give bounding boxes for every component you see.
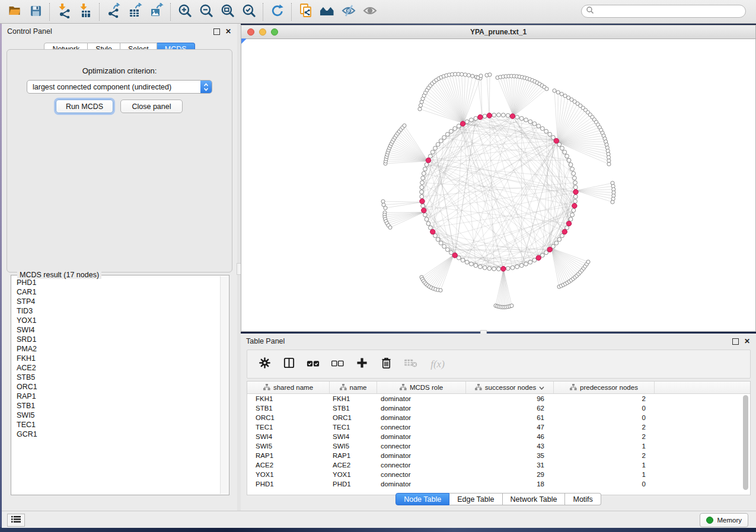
show-all-button[interactable] bbox=[359, 2, 381, 21]
mcds-result-item[interactable]: STP4 bbox=[12, 297, 220, 306]
tab-node-table[interactable]: Node Table bbox=[395, 493, 449, 505]
network-window-title: YPA_prune.txt_1 bbox=[241, 28, 755, 36]
table-row[interactable]: FKH1FKH1dominator962 bbox=[247, 394, 750, 403]
mcds-result-item[interactable]: STB5 bbox=[12, 373, 220, 382]
mcds-result-item[interactable]: GCR1 bbox=[12, 430, 220, 439]
select-all-button[interactable] bbox=[306, 357, 320, 371]
table-cell: STB1 bbox=[330, 403, 377, 413]
open-button[interactable] bbox=[4, 2, 25, 21]
optimization-criterion-label: Optimization criterion: bbox=[2, 66, 237, 75]
task-history-button[interactable] bbox=[7, 514, 25, 527]
hide-selected-button[interactable] bbox=[338, 2, 359, 21]
network-canvas[interactable] bbox=[241, 39, 755, 331]
apply-layout-button[interactable] bbox=[267, 2, 288, 21]
table-cell: SWI4 bbox=[247, 432, 330, 441]
table-scrollbar-thumb[interactable] bbox=[743, 395, 748, 490]
tab-edge-table[interactable]: Edge Table bbox=[449, 493, 502, 505]
table-cell: dominator bbox=[377, 451, 466, 460]
tab-network-table[interactable]: Network Table bbox=[503, 493, 566, 505]
node-table: shared namenameMCDS rolesuccessor nodesp… bbox=[247, 381, 751, 495]
control-panel-title: Control Panel bbox=[2, 27, 52, 36]
zoom-out-button[interactable] bbox=[196, 2, 217, 21]
mcds-result-item[interactable]: SRD1 bbox=[12, 335, 220, 344]
tab-motifs[interactable]: Motifs bbox=[565, 493, 601, 505]
mcds-result-item[interactable]: SWI5 bbox=[12, 411, 220, 420]
sort-descending-icon bbox=[539, 384, 544, 391]
mcds-result-item[interactable]: STB1 bbox=[12, 401, 220, 411]
toolbar-separator bbox=[291, 3, 292, 21]
table-row[interactable]: YOX1YOX1connector291 bbox=[247, 470, 750, 479]
table-panel: Table Panel ✕ f(x) shared namenameMCDS r… bbox=[241, 334, 756, 511]
column-header-MCDS-role[interactable]: MCDS role bbox=[377, 382, 466, 393]
mcds-result-item[interactable]: TID3 bbox=[12, 306, 220, 316]
mcds-result-item[interactable]: RAP1 bbox=[12, 392, 220, 401]
mcds-result-item[interactable]: TEC1 bbox=[12, 420, 220, 430]
mcds-list-scrollbar[interactable] bbox=[220, 276, 228, 494]
table-cell: STB1 bbox=[247, 403, 330, 413]
create-column-button[interactable] bbox=[355, 357, 369, 371]
mcds-result-item[interactable]: ACE2 bbox=[12, 363, 220, 373]
memory-button[interactable]: Memory bbox=[700, 513, 748, 527]
close-panel-icon[interactable]: ✕ bbox=[225, 29, 231, 34]
float-panel-icon[interactable] bbox=[213, 28, 220, 35]
table-row[interactable]: SWI4SWI4dominator462 bbox=[247, 432, 750, 441]
memory-label: Memory bbox=[717, 517, 742, 524]
export-network-button[interactable] bbox=[103, 2, 125, 21]
close-panel-button[interactable]: Close panel bbox=[120, 100, 183, 113]
table-row[interactable]: STB1STB1dominator620 bbox=[247, 403, 750, 413]
table-row[interactable]: PHD1PHD1dominator180 bbox=[247, 479, 750, 489]
mcds-result-item[interactable]: PMA2 bbox=[12, 344, 220, 354]
table-row[interactable]: SWI5SWI5connector431 bbox=[247, 441, 750, 451]
column-header-shared-name[interactable]: shared name bbox=[247, 382, 330, 393]
table-cell: 1 bbox=[554, 441, 655, 451]
table-cell: SWI5 bbox=[247, 441, 330, 451]
search-box[interactable] bbox=[581, 5, 746, 18]
save-button[interactable] bbox=[25, 2, 46, 21]
table-cell: 62 bbox=[466, 403, 554, 413]
list-icon bbox=[11, 515, 21, 525]
table-cell: FKH1 bbox=[330, 394, 377, 403]
trash-icon bbox=[381, 357, 392, 371]
mcds-result-item[interactable]: ORC1 bbox=[12, 382, 220, 392]
show-columns-button[interactable] bbox=[282, 357, 296, 371]
mcds-result-item[interactable]: SWI4 bbox=[12, 325, 220, 335]
table-row[interactable]: RAP1RAP1dominator352 bbox=[247, 451, 750, 460]
zoom-selected-button[interactable] bbox=[238, 2, 260, 21]
table-cell: ACE2 bbox=[330, 460, 377, 470]
mcds-result-item[interactable]: CAR1 bbox=[12, 287, 220, 297]
first-neighbors-button[interactable] bbox=[317, 2, 338, 21]
table-cell: 1 bbox=[554, 460, 655, 470]
table-row[interactable]: ORC1ORC1dominator610 bbox=[247, 413, 750, 422]
network-window-titlebar[interactable]: YPA_prune.txt_1 bbox=[241, 25, 755, 39]
zoom-fit-button[interactable] bbox=[217, 2, 238, 21]
plus-icon bbox=[356, 357, 368, 371]
export-table-button[interactable] bbox=[125, 2, 146, 21]
table-scrollbar[interactable] bbox=[742, 395, 749, 492]
table-row[interactable]: ACE2ACE2connector311 bbox=[247, 460, 750, 470]
export-image-button[interactable] bbox=[146, 2, 167, 21]
table-cell: ORC1 bbox=[330, 413, 377, 422]
zoom-in-button[interactable] bbox=[174, 2, 196, 21]
export-styles-button[interactable] bbox=[295, 2, 317, 21]
optimization-criterion-select[interactable]: largest connected component (undirected) bbox=[27, 80, 212, 94]
run-mcds-button[interactable]: Run MCDS bbox=[56, 100, 113, 113]
table-cell: 46 bbox=[466, 432, 554, 441]
toolbar-separator bbox=[49, 3, 50, 21]
deselect-all-button[interactable] bbox=[330, 357, 344, 371]
column-header-predecessor-nodes[interactable]: predecessor nodes bbox=[554, 382, 655, 393]
export-image-icon bbox=[149, 3, 164, 21]
import-table-button[interactable] bbox=[75, 2, 96, 21]
column-header-name[interactable]: name bbox=[330, 382, 377, 393]
float-panel-icon[interactable] bbox=[732, 338, 739, 345]
mcds-result-item[interactable]: PHD1 bbox=[12, 278, 220, 287]
table-cell: 96 bbox=[466, 394, 554, 403]
mcds-result-item[interactable]: YOX1 bbox=[12, 316, 220, 325]
search-input[interactable] bbox=[594, 7, 745, 16]
mcds-result-item[interactable]: FKH1 bbox=[12, 354, 220, 363]
table-settings-button[interactable] bbox=[257, 357, 272, 371]
delete-column-button[interactable] bbox=[379, 357, 393, 371]
column-header-successor-nodes[interactable]: successor nodes bbox=[466, 382, 554, 393]
table-row[interactable]: TEC1TEC1connector472 bbox=[247, 422, 750, 432]
import-network-button[interactable] bbox=[53, 2, 75, 21]
close-panel-icon[interactable]: ✕ bbox=[744, 339, 750, 344]
